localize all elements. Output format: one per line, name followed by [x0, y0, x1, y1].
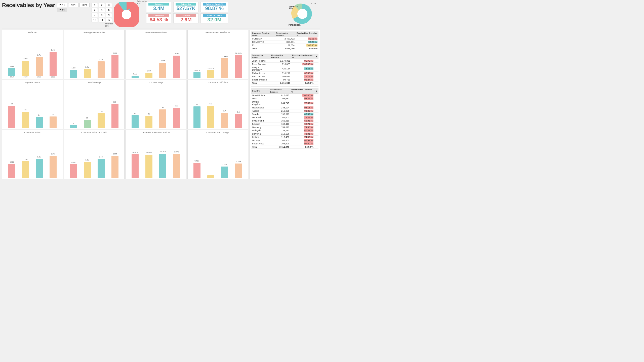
main-pie-chart: Before due15% Overdue85%: [114, 2, 139, 27]
country-row-name: USA: [251, 97, 269, 100]
country-section[interactable]: Country Receivables Balance Receivables …: [251, 88, 318, 178]
kpi-sales-credit-value: 32.0M: [203, 17, 226, 23]
pie-foreign-label: FOREIGN 73%: [289, 24, 301, 26]
country-row-name: Great Britain: [251, 94, 269, 97]
month-btn-1[interactable]: 1: [92, 3, 98, 7]
year-filter-area: 2019 2020 2021 2022: [57, 3, 90, 12]
chart-customer-sales-title: Customer Sales: [4, 131, 61, 134]
posting-group-row-name: DOMESTIC: [251, 41, 275, 44]
right-pie-section: EU 2% DOMESTIC25% FOREIGN 73%: [285, 2, 320, 26]
kpi-overdue: Overdue 2.9M: [173, 13, 198, 23]
salesperson-row-overdue: 100.00 %: [291, 63, 314, 66]
country-scroll-indicator: ▲: [314, 88, 318, 94]
country-row-name: Sweden: [251, 113, 269, 116]
kpi-sales-credit-header: Sales on Credit: [203, 14, 226, 17]
country-row-overdue: 74.08 %: [290, 136, 314, 139]
country-row-name: United Kingdom: [251, 100, 269, 106]
salesperson-row-name: Mary A. Dempsey: [251, 66, 270, 72]
salesperson-row-overdue: 96.27 %: [291, 78, 314, 82]
salesperson-row-overdue: 84.53 %: [291, 82, 314, 85]
chart-balance: Balance 0.8M 2019 2.1M 2020 2.7M: [2, 30, 63, 79]
country-row-balance: 210,835: [269, 109, 290, 113]
country-row-balance: 159,697: [269, 126, 290, 129]
country-row-balance: 106,599: [269, 142, 290, 145]
country-row-balance: 167,602: [269, 116, 290, 119]
month-btn-6[interactable]: 6: [106, 8, 112, 12]
year-btn-2022[interactable]: 2022: [57, 8, 67, 12]
month-btn-8[interactable]: 8: [99, 13, 105, 17]
kpi-overdue-pct-header: Overdue %: [148, 14, 169, 17]
year-btn-2020[interactable]: 2020: [68, 3, 78, 7]
salesperson-row-balance: 310,291: [270, 72, 291, 75]
salesperson-row-overdue: 43.66 %: [291, 66, 314, 72]
kpi-sales-credit: Sales on Credit 32.0M: [200, 13, 228, 23]
country-row-name: Norway: [251, 139, 269, 142]
country-row-name: Switzerland: [251, 119, 269, 123]
kpi-overdue-header: Overdue: [176, 14, 196, 17]
salesperson-row-balance: 99,725: [270, 78, 291, 82]
year-btn-2019[interactable]: 2019: [57, 3, 67, 7]
month-btn-9[interactable]: 9: [106, 13, 112, 17]
country-row-balance: 244,745: [269, 100, 290, 106]
country-row-balance: 193,513: [269, 113, 290, 116]
country-row-overdue: 72.57 %: [290, 100, 314, 106]
posting-group-row-balance: 3,411,046: [275, 47, 296, 50]
month-btn-12[interactable]: 12: [106, 18, 112, 22]
salesperson-row-balance: 1,679,321: [270, 59, 291, 63]
country-row-overdue: 74.58 %: [290, 126, 314, 129]
posting-group-row-overdue: 92.20 %: [296, 41, 318, 44]
country-row-name: Belgium: [251, 123, 269, 126]
month-btn-4[interactable]: 4: [92, 8, 98, 12]
chart-balance-body: 0.8M 2019 2.1M 2020 2.7M 2021: [4, 34, 61, 78]
country-row-overdue: 93.64 %: [290, 97, 314, 100]
month-btn-7[interactable]: 7: [92, 13, 98, 17]
country-row-overdue: 69.93 %: [290, 119, 314, 123]
salesperson-row-name: John Roberts: [251, 59, 270, 63]
salesperson-row-overdue: 67.56 %: [291, 72, 314, 75]
salesperson-row-name: Bart Duncan: [251, 75, 270, 78]
kpi-balance-header: Balance: [148, 3, 169, 6]
svg-point-3: [297, 9, 307, 19]
pie-before-due-label: Before due15%: [137, 0, 147, 5]
bar-balance-2019: 0.8M 2019: [8, 68, 15, 78]
salesperson-section: Salesperson Name Receivables Balance Rec…: [251, 54, 318, 85]
country-row-overdue: 82.92 %: [290, 139, 314, 142]
kpi-section: Balance 3.4M Before Due 527.57K Sales on…: [146, 2, 228, 23]
chart-customer-net-change: Customer Net Change 0.78M 0.58M 0.74M: [187, 130, 248, 179]
posting-group-row-overdue: 100.00 %: [296, 44, 318, 47]
country-row-name: South Africa: [251, 142, 269, 145]
salesperson-row-balance: 425,154: [270, 66, 291, 72]
country-row-name: Total: [251, 145, 269, 149]
divider-1: [251, 52, 318, 52]
chart-receivables-overdue-pct: Receivables Overdue % 18.87 % 25.66 % 73…: [187, 30, 248, 79]
kpi-before-due-value: 527.57K: [176, 6, 196, 11]
salesperson-row-balance: 3,411,046: [270, 82, 291, 85]
title-area: Receivables by Year: [2, 2, 55, 9]
month-btn-3[interactable]: 3: [106, 3, 112, 7]
month-btn-2[interactable]: 2: [99, 3, 105, 7]
country-row-name: Iceland: [251, 136, 269, 139]
country-row-balance: 296,667: [269, 97, 290, 100]
country-row-overdue: 46.59 %: [290, 113, 314, 116]
country-row-balance: 166,219: [269, 119, 290, 123]
chart-avg-receivables: Average Receivables 1.1M 1.2M 2.3M 3.2M: [64, 30, 125, 79]
bar-balance-2021: 2.7M 2021: [36, 57, 43, 78]
kpi-sales-credit-pct-header: Sales on Credit %: [203, 3, 226, 6]
chart-turnover-coeff-title: Turnover Coefficient: [189, 81, 247, 84]
month-btn-10[interactable]: 10: [92, 18, 98, 22]
year-btn-2021[interactable]: 2021: [79, 3, 90, 7]
posting-group-row-overdue: 81.56 %: [296, 37, 318, 41]
main-content: Balance 0.8M 2019 2.1M 2020 2.7M: [2, 30, 320, 179]
country-col-overdue: Receivables Overdue %: [290, 88, 314, 94]
pie-eu-label: EU 2%: [311, 3, 316, 4]
charts-grid: Balance 0.8M 2019 2.1M 2020 2.7M: [2, 30, 248, 179]
month-btn-11[interactable]: 11: [99, 18, 105, 22]
chart-customer-sales: Customer Sales 6.3M 7.6M 8.6M 9.9M: [2, 130, 63, 179]
page-title: Receivables by Year: [2, 2, 55, 9]
right-panel: Customer Posting Group Receivables Balan…: [250, 30, 320, 179]
salesperson-row-name: Peter Saddow: [251, 63, 270, 66]
salesperson-col-overdue: Receivables Overdue %: [291, 54, 314, 59]
country-row-name: Slovenia: [251, 132, 269, 136]
month-btn-5[interactable]: 5: [99, 8, 105, 12]
posting-group-row-balance: 860,771: [275, 41, 296, 44]
